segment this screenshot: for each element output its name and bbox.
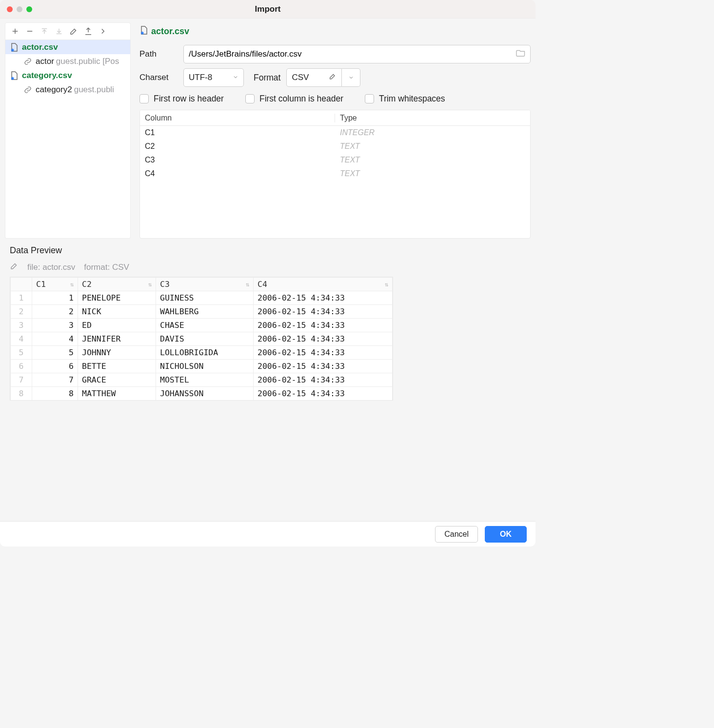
file-tree: ✱ actor.csv actor guest.public [Pos ✱ ca…: [5, 40, 131, 239]
table-row[interactable]: 88MATTHEWJOHANSSON2006-02-15 4:34:33: [11, 387, 393, 401]
chevron-down-icon: [348, 75, 354, 81]
format-select[interactable]: CSV: [286, 68, 342, 87]
cell-c4: 2006-02-15 4:34:33: [254, 291, 393, 305]
row-number: 8: [11, 387, 32, 401]
tree-item-actor-table[interactable]: actor guest.public [Pos: [5, 54, 130, 68]
table-row[interactable]: 77GRACEMOSTEL2006-02-15 4:34:33: [11, 373, 393, 387]
format-dropdown-button[interactable]: [342, 68, 360, 87]
columns-table: Column Type C1INTEGERC2TEXTC3TEXTC4TEXT: [139, 110, 531, 239]
row-number: 5: [11, 346, 32, 360]
column-type: TEXT: [335, 156, 530, 164]
cell-c4: 2006-02-15 4:34:33: [254, 319, 393, 332]
cell-c2: MATTHEW: [78, 387, 156, 401]
cell-c3: WAHLBERG: [156, 305, 254, 319]
preview-meta-format: format: CSV: [84, 263, 129, 272]
table-row[interactable]: 33EDCHASE2006-02-15 4:34:33: [11, 319, 393, 332]
column-row[interactable]: C2TEXT: [140, 140, 530, 153]
cell-c4: 2006-02-15 4:34:33: [254, 346, 393, 360]
column-name: C2: [140, 142, 335, 151]
chevron-right-icon[interactable]: [96, 24, 110, 38]
row-number-header: [11, 278, 32, 291]
sort-icon: ⇅: [246, 281, 249, 288]
cell-c3: JOHANSSON: [156, 387, 254, 401]
col-header-c1[interactable]: C1⇅: [32, 278, 78, 291]
col-header-c3[interactable]: C3⇅: [156, 278, 254, 291]
edit-button[interactable]: [67, 24, 80, 38]
ok-button[interactable]: OK: [485, 526, 527, 543]
export-button[interactable]: [81, 24, 95, 38]
cell-c2: BETTE: [78, 360, 156, 373]
first-col-header-checkbox[interactable]: First column is header: [245, 94, 343, 104]
move-up-button[interactable]: [38, 24, 51, 38]
svg-text:✱: ✱: [140, 31, 144, 35]
cell-c1: 5: [32, 346, 78, 360]
tree-item-category2-table[interactable]: category2 guest.publi: [5, 82, 130, 97]
cell-c1: 8: [32, 387, 78, 401]
link-icon: [23, 57, 33, 66]
svg-text:✱: ✱: [11, 76, 15, 81]
table-row[interactable]: 55JOHNNYLOLLOBRIGIDA2006-02-15 4:34:33: [11, 346, 393, 360]
chevron-down-icon: [233, 73, 238, 82]
cell-c4: 2006-02-15 4:34:33: [254, 373, 393, 387]
checkbox-label: First column is header: [259, 94, 343, 104]
cell-c2: JENNIFER: [78, 332, 156, 346]
tree-item-label: category.csv: [22, 71, 72, 81]
first-row-header-checkbox[interactable]: First row is header: [139, 94, 224, 104]
table-row[interactable]: 11PENELOPEGUINESS2006-02-15 4:34:33: [11, 291, 393, 305]
cell-c2: PENELOPE: [78, 291, 156, 305]
cell-c3: GUINESS: [156, 291, 254, 305]
sort-icon: ⇅: [385, 281, 388, 288]
row-number: 3: [11, 319, 32, 332]
cell-c3: DAVIS: [156, 332, 254, 346]
column-type: INTEGER: [335, 128, 530, 137]
col-header-c2[interactable]: C2⇅: [78, 278, 156, 291]
column-type: TEXT: [335, 169, 530, 178]
data-preview-title: Data Preview: [10, 245, 530, 256]
tree-item-actor-csv[interactable]: ✱ actor.csv: [5, 40, 130, 54]
table-row[interactable]: 66BETTENICHOLSON2006-02-15 4:34:33: [11, 360, 393, 373]
remove-button[interactable]: [23, 24, 37, 38]
column-header-type[interactable]: Type: [335, 114, 530, 122]
sort-icon: ⇅: [70, 281, 74, 288]
tree-item-sublabel: guest.publi: [74, 85, 114, 95]
svg-text:✱: ✱: [11, 48, 15, 52]
cell-c3: LOLLOBRIGIDA: [156, 346, 254, 360]
charset-select[interactable]: UTF-8: [183, 68, 244, 87]
cancel-button[interactable]: Cancel: [435, 526, 478, 543]
sidebar: ✱ actor.csv actor guest.public [Pos ✱ ca…: [5, 22, 131, 239]
column-header-column[interactable]: Column: [140, 114, 335, 122]
column-row[interactable]: C1INTEGER: [140, 126, 530, 140]
column-name: C1: [140, 128, 335, 137]
checkbox-label: Trim whitespaces: [379, 94, 445, 104]
table-row[interactable]: 44JENNIFERDAVIS2006-02-15 4:34:33: [11, 332, 393, 346]
add-button[interactable]: [8, 24, 22, 38]
cell-c1: 4: [32, 332, 78, 346]
checkbox-icon: [365, 94, 374, 103]
minimize-window-button[interactable]: [17, 6, 22, 12]
csv-file-icon: ✱: [9, 42, 19, 52]
path-input[interactable]: [183, 45, 531, 63]
tree-item-label: actor: [36, 57, 54, 66]
window-title: Import: [255, 4, 281, 14]
trim-whitespace-checkbox[interactable]: Trim whitespaces: [365, 94, 445, 104]
cell-c2: JOHNNY: [78, 346, 156, 360]
zoom-window-button[interactable]: [26, 6, 32, 12]
link-icon: [23, 85, 33, 95]
close-window-button[interactable]: [7, 6, 13, 12]
table-row[interactable]: 22NICKWAHLBERG2006-02-15 4:34:33: [11, 305, 393, 319]
move-down-button[interactable]: [52, 24, 66, 38]
tree-item-category-csv[interactable]: ✱ category.csv: [5, 68, 130, 82]
detail-panel: ✱ actor.csv Path Charset UTF-8 Format: [135, 22, 531, 239]
preview-edit-button[interactable]: [10, 262, 19, 273]
column-row[interactable]: C4TEXT: [140, 167, 530, 181]
sidebar-toolbar: [5, 22, 131, 40]
column-row[interactable]: C3TEXT: [140, 153, 530, 167]
csv-file-icon: ✱: [9, 71, 19, 81]
col-header-c4[interactable]: C4⇅: [254, 278, 393, 291]
row-number: 1: [11, 291, 32, 305]
sort-icon: ⇅: [148, 281, 152, 288]
path-label: Path: [139, 49, 178, 59]
titlebar: Import: [0, 0, 536, 19]
format-label: Format: [254, 73, 280, 83]
column-type: TEXT: [335, 142, 530, 151]
